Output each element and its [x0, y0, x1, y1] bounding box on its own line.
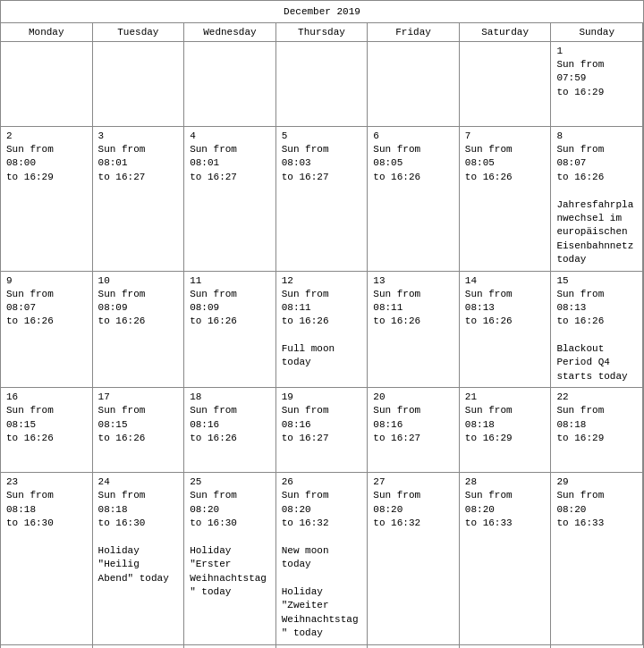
day-content: Sun from 08:05 to 16:26	[373, 143, 453, 184]
day-content: Sun from 08:16 to 16:26	[190, 404, 270, 445]
day-number: 25	[190, 476, 270, 487]
day-content: Sun from 08:18 to 16:29	[556, 404, 637, 445]
day-content: Sun from 08:13 to 16:26	[465, 288, 546, 329]
day-number: 1	[556, 46, 637, 56]
day-cell: 17Sun from 08:15 to 16:26	[93, 388, 185, 473]
day-number: 8	[556, 130, 637, 141]
day-number: 9	[6, 275, 87, 286]
day-content: Sun from 08:15 to 16:26	[6, 404, 87, 445]
day-number: 23	[6, 476, 87, 487]
day-cell	[1, 42, 93, 127]
day-header-friday: Friday	[368, 23, 460, 42]
day-number: 20	[373, 391, 453, 402]
day-cell: 15Sun from 08:13 to 16:26 Blackout Perio…	[551, 272, 643, 389]
day-cell	[460, 42, 552, 127]
day-number: 2	[6, 130, 87, 141]
day-cell: 30Sun from 08:20 to 16:34	[1, 645, 93, 648]
day-header-wednesday: Wednesday	[184, 23, 276, 42]
day-cell: 24Sun from 08:18 to 16:30 Holiday "Heili…	[93, 473, 185, 644]
day-number: 6	[373, 130, 453, 141]
day-cell: 8Sun from 08:07 to 16:26 Jahresfahrplanw…	[551, 127, 643, 272]
day-cell: 29Sun from 08:20 to 16:33	[551, 473, 643, 644]
day-number: 21	[465, 391, 546, 402]
day-content: Sun from 08:20 to 16:32	[373, 489, 453, 530]
day-number: 15	[556, 275, 637, 286]
day-number: 4	[190, 130, 270, 141]
day-cell: 27Sun from 08:20 to 16:32	[368, 473, 460, 644]
day-number: 12	[282, 275, 362, 286]
day-cell: 22Sun from 08:18 to 16:29	[551, 388, 643, 473]
day-cell: 25Sun from 08:20 to 16:30 Holiday "Erste…	[184, 473, 276, 644]
day-content: Sun from 08:16 to 16:27	[373, 404, 453, 445]
day-cell: 10Sun from 08:09 to 16:26	[93, 272, 185, 389]
day-cell: 2Sun from 08:00 to 16:29	[1, 127, 93, 272]
day-cell: 26Sun from 08:20 to 16:32 New moon today…	[276, 473, 369, 644]
day-number: 3	[98, 130, 179, 141]
day-cell	[184, 645, 276, 648]
day-number: 10	[98, 275, 179, 286]
day-cell: 6Sun from 08:05 to 16:26	[368, 127, 460, 272]
day-cell	[276, 42, 369, 127]
day-content: Sun from 08:20 to 16:33	[465, 489, 546, 530]
day-content: Sun from 08:07 to 16:26	[6, 288, 87, 329]
day-number: 19	[282, 391, 362, 402]
day-number: 14	[465, 275, 546, 286]
day-content: Sun from 08:15 to 16:26	[98, 404, 179, 445]
day-content: Sun from 08:20 to 16:33	[556, 489, 637, 530]
day-number: 11	[190, 275, 270, 286]
day-number: 22	[556, 391, 637, 402]
day-content: Sun from 08:18 to 16:30 Holiday "Heilig …	[98, 489, 179, 585]
day-number: 17	[98, 391, 179, 402]
day-cell: 3Sun from 08:01 to 16:27	[93, 127, 185, 272]
day-cell	[184, 42, 276, 127]
calendar-grid: MondayTuesdayWednesdayThursdayFridaySatu…	[1, 23, 643, 648]
day-header-thursday: Thursday	[276, 23, 369, 42]
calendar-title: December 2019	[1, 1, 643, 23]
day-cell: 16Sun from 08:15 to 16:26	[1, 388, 93, 473]
day-number: 26	[282, 476, 362, 487]
day-cell	[368, 645, 460, 648]
day-cell	[276, 645, 369, 648]
day-content: Sun from 08:18 to 16:29	[465, 404, 546, 445]
day-cell	[93, 42, 185, 127]
day-cell: 18Sun from 08:16 to 16:26	[184, 388, 276, 473]
day-number: 16	[6, 391, 87, 402]
day-cell: 31Sun from 08:20 to 16:36 Holiday "Silve…	[93, 645, 185, 648]
day-cell: 14Sun from 08:13 to 16:26	[460, 272, 552, 389]
day-number: 5	[282, 130, 362, 141]
day-content: Sun from 08:03 to 16:27	[282, 143, 362, 184]
day-header-sunday: Sunday	[551, 23, 643, 42]
day-content: Sun from 08:20 to 16:30 Holiday "Erster …	[190, 489, 270, 599]
day-header-saturday: Saturday	[460, 23, 552, 42]
day-cell: 5Sun from 08:03 to 16:27	[276, 127, 369, 272]
day-header-tuesday: Tuesday	[93, 23, 185, 42]
day-header-monday: Monday	[1, 23, 93, 42]
day-content: Sun from 08:05 to 16:26	[465, 143, 546, 184]
day-content: Sun from 08:09 to 16:26	[98, 288, 179, 329]
day-content: Sun from 08:09 to 16:26	[190, 288, 270, 329]
day-cell	[551, 645, 643, 648]
day-content: Sun from 08:00 to 16:29	[6, 143, 87, 184]
day-cell: 23Sun from 08:18 to 16:30	[1, 473, 93, 644]
day-content: Sun from 08:11 to 16:26 Full moon today	[282, 288, 362, 370]
day-content: Sun from 08:18 to 16:30	[6, 489, 87, 530]
day-cell: 13Sun from 08:11 to 16:26	[368, 272, 460, 389]
day-cell: 4Sun from 08:01 to 16:27	[184, 127, 276, 272]
day-cell: 20Sun from 08:16 to 16:27	[368, 388, 460, 473]
day-number: 27	[373, 476, 453, 487]
day-cell: 9Sun from 08:07 to 16:26	[1, 272, 93, 389]
day-cell: 21Sun from 08:18 to 16:29	[460, 388, 552, 473]
day-number: 7	[465, 130, 546, 141]
day-content: Sun from 07:59 to 16:29	[556, 58, 637, 99]
day-cell: 28Sun from 08:20 to 16:33	[460, 473, 552, 644]
day-cell: 1Sun from 07:59 to 16:29	[551, 42, 643, 127]
day-number: 18	[190, 391, 270, 402]
day-content: Sun from 08:16 to 16:27	[282, 404, 362, 445]
day-cell: 11Sun from 08:09 to 16:26	[184, 272, 276, 389]
day-content: Sun from 08:07 to 16:26 Jahresfahrplanwe…	[556, 143, 637, 267]
day-content: Sun from 08:11 to 16:26	[373, 288, 453, 329]
day-cell	[460, 645, 552, 648]
calendar: December 2019 MondayTuesdayWednesdayThur…	[0, 0, 644, 648]
day-number: 28	[465, 476, 546, 487]
day-content: Sun from 08:20 to 16:32 New moon today H…	[282, 489, 362, 640]
